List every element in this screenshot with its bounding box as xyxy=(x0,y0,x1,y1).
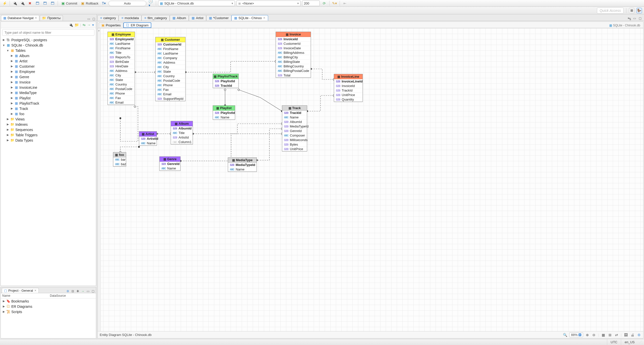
status-timezone[interactable]: UTC xyxy=(607,339,621,345)
project-item-er-diagrams[interactable]: ▶⿻ER Diagrams xyxy=(1,304,96,309)
datasource-combo[interactable]: ▦SQLite - Chinook.db▾ xyxy=(158,1,235,6)
tree-node-table-foo[interactable]: ▶▦foo xyxy=(1,111,96,116)
minimize-icon[interactable]: ▭ xyxy=(632,17,636,20)
tree-node-table-InvoiceLine[interactable]: ▶▦InvoiceLine xyxy=(1,85,96,90)
zoom-in-icon[interactable]: ⊕ xyxy=(585,333,590,337)
canvas-gutter[interactable]: ▸ xyxy=(98,28,101,331)
connect-icon[interactable]: 🔌 xyxy=(69,23,73,27)
zoom-out-icon[interactable]: ⊖ xyxy=(592,333,596,337)
close-icon[interactable]: ✕ xyxy=(263,16,265,20)
tree-node-table-Genre[interactable]: ▶▦Genre xyxy=(1,74,96,79)
commit-button[interactable]: ▣Commit xyxy=(60,1,78,6)
close-icon[interactable]: ✕ xyxy=(35,16,37,20)
project-tree[interactable]: ▶🔖Bookmarks▶⿻ER Diagrams▶📜Scripts xyxy=(1,298,96,338)
zoom-selector[interactable]: 88%▾ xyxy=(569,332,583,337)
tree-node-table-Album[interactable]: ▶▦Album xyxy=(1,53,96,58)
database-tree[interactable]: ▶🐘PostgreSQL - postgres▼▦SQLite - Chinoo… xyxy=(1,37,96,286)
minimize-icon[interactable]: ▭ xyxy=(86,289,90,293)
tree-node-table-Playlist[interactable]: ▶▦Playlist xyxy=(1,95,96,101)
new-sql-icon[interactable]: 🗔 xyxy=(50,1,56,6)
schema-combo[interactable]: ≣<None>▾ xyxy=(236,1,301,6)
grid-icon[interactable]: ⊞ xyxy=(608,333,612,337)
refresh-icon[interactable]: ⟳ xyxy=(321,1,327,6)
entity-Employee[interactable]: ▦Employee123EmployeeIdABCLastNameABCFirs… xyxy=(108,32,135,105)
new-folder-icon[interactable]: 📁 xyxy=(75,23,79,27)
disconnect-icon[interactable]: 🔌 xyxy=(19,1,25,6)
open-perspective-icon[interactable]: ⊞ xyxy=(629,8,634,13)
tree-node-folder-Views[interactable]: ▶📁Views xyxy=(1,116,96,122)
invalidate-icon[interactable]: ✖ xyxy=(27,1,33,6)
collapse-icon[interactable]: ⇆ xyxy=(83,23,86,27)
tab-project-general[interactable]: ▢Project - General✕ xyxy=(2,288,39,293)
commit-mode-selector[interactable]: Auto xyxy=(109,1,146,6)
editor-tab-mockdata[interactable]: ≡mockdata xyxy=(119,15,141,21)
tree-node-sqlite[interactable]: ▼▦SQLite - Chinook.db xyxy=(1,42,96,48)
entity-Track[interactable]: ▦Track123TrackIdABCName123AlbumId123Medi… xyxy=(282,105,307,151)
restore-icon[interactable]: ⇤ xyxy=(342,1,348,6)
quick-access[interactable]: Quick Access xyxy=(597,8,624,14)
tree-node-table-Customer[interactable]: ▶▦Customer xyxy=(1,64,96,69)
tree-node-table-MediaType[interactable]: ▶▦MediaType xyxy=(1,90,96,95)
resize-grip-icon[interactable]: ⋰ xyxy=(638,340,643,344)
maximize-icon[interactable]: ▢ xyxy=(638,17,642,20)
print-icon[interactable]: 🖨 xyxy=(630,333,635,337)
tree-node-folder-Indexes[interactable]: ▶📁Indexes xyxy=(1,122,96,127)
export-icon[interactable]: 🖼 xyxy=(624,333,628,337)
er-diagram-canvas[interactable]: ▸ ▦Employee123EmployeeIdABCLastNameABCFi… xyxy=(98,28,643,331)
collapse-icon[interactable]: ⊟ xyxy=(71,289,75,293)
close-icon[interactable]: ✕ xyxy=(34,289,37,292)
tree-node-folder-Sequences[interactable]: ▶📁Sequences xyxy=(1,127,96,132)
entity-foo[interactable]: ▦fooABCbarABCbaz xyxy=(113,152,126,166)
link-icon[interactable]: → xyxy=(81,289,85,293)
project-item-bookmarks[interactable]: ▶🔖Bookmarks xyxy=(1,298,96,304)
dbeaver-perspective-icon[interactable]: 🦫 xyxy=(636,8,642,13)
txn-mode-icon[interactable]: T▾ xyxy=(101,1,107,6)
link-editor-icon[interactable]: → xyxy=(87,23,91,27)
highlight-icon[interactable]: ✎▾ xyxy=(332,1,338,6)
connect-icon[interactable]: 🔌 xyxy=(12,1,18,6)
maximize-icon[interactable]: ▢ xyxy=(92,17,96,21)
entity-Artist[interactable]: ▦Artist123ArtistIdABCName xyxy=(139,131,157,146)
new-icon[interactable]: ✚ xyxy=(76,289,80,293)
entity-PlaylistTrack[interactable]: ▦PlaylistTrack123PlaylistId123TrackId xyxy=(213,74,239,88)
tree-node-table-Track[interactable]: ▶▦Track xyxy=(1,106,96,111)
editor-tab-Artist[interactable]: ▦Artist xyxy=(189,15,206,21)
tree-node-table-Invoice[interactable]: ▶▦Invoice xyxy=(1,79,96,85)
recent-sql-icon[interactable]: 🗔 xyxy=(42,1,48,6)
tree-node-table-Artist[interactable]: ▶▦Artist xyxy=(1,58,96,64)
tree-node-folder-Data-Types[interactable]: ▶📁Data Types xyxy=(1,138,96,143)
fit-icon[interactable]: ▦ xyxy=(601,333,606,337)
tree-node-tables[interactable]: ▼▦Tables xyxy=(1,48,96,53)
tree-node-postgres[interactable]: ▶🐘PostgreSQL - postgres xyxy=(1,37,96,42)
entity-Customer[interactable]: ▦Customer123CustomerIdABCFirstNameABCLas… xyxy=(155,37,186,101)
entity-MediaType[interactable]: ▦MediaType123MediaTypeIdABCName xyxy=(228,157,257,172)
entity-Playlist[interactable]: ▦Playlist123PlaylistIdABCName xyxy=(213,105,235,120)
max-rows-input[interactable] xyxy=(302,1,320,6)
tree-node-table-PlaylistTrack[interactable]: ▶▦PlaylistTrack xyxy=(1,101,96,106)
minimize-icon[interactable]: ▭ xyxy=(87,17,91,21)
new-connection-icon[interactable]: ⚡ xyxy=(2,1,8,6)
layout-icon[interactable]: ⇄ xyxy=(614,333,619,337)
settings-icon[interactable]: ⚙ xyxy=(637,333,641,337)
editor-tab-film_category[interactable]: ≡film_category xyxy=(141,15,170,21)
view-menu-icon[interactable]: ▾ xyxy=(92,23,94,27)
tree-node-folder-Table-Triggers[interactable]: ▶📁Table Triggers xyxy=(1,132,96,138)
entity-InvoiceLine[interactable]: ▦InvoiceLine123InvoiceLineId123InvoiceId… xyxy=(334,74,363,102)
maximize-icon[interactable]: ▢ xyxy=(91,289,95,293)
editor-tab-category[interactable]: ≡category xyxy=(97,15,119,21)
sql-editor-icon[interactable]: 🗔 xyxy=(34,1,41,6)
entity-Album[interactable]: ▦Album123AlbumIdABCTitle123ArtistId∷Colu… xyxy=(171,121,193,144)
txn-log-icon[interactable]: 🕓▾ xyxy=(148,1,154,6)
tree-node-table-Employee[interactable]: ▶▦Employee xyxy=(1,69,96,74)
nav-filter-input[interactable] xyxy=(2,29,94,36)
editor-tab-Album[interactable]: ▦Album xyxy=(170,15,189,21)
editor-tab-SQLite-Chinoo[interactable]: ▦SQLite - Chinoo✕ xyxy=(231,15,268,21)
config-icon[interactable]: ⚙ xyxy=(66,289,70,293)
rollback-button[interactable]: ▣Rollback xyxy=(80,1,99,6)
tab-projects[interactable]: 📁Проекты xyxy=(40,15,63,21)
entity-Invoice[interactable]: ▦Invoice123InvoiceId123CustomerId123Invo… xyxy=(276,32,311,78)
status-locale[interactable]: en_US xyxy=(621,339,638,345)
tab-er-diagram[interactable]: ⿻ER Diagram xyxy=(123,22,151,28)
search-icon[interactable]: 🔍 xyxy=(563,333,567,337)
entity-Genre[interactable]: ▦Genre123GenreIdABCName xyxy=(159,156,181,171)
